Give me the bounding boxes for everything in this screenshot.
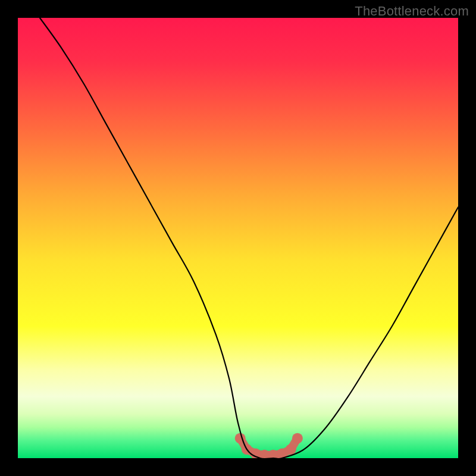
svg-point-7 bbox=[286, 444, 296, 455]
curve-layer bbox=[18, 18, 458, 458]
bottleneck-curve bbox=[40, 18, 458, 458]
watermark-text: TheBottleneck.com bbox=[355, 4, 469, 19]
plot-area bbox=[18, 18, 458, 458]
svg-point-8 bbox=[292, 433, 303, 444]
chart-frame: TheBottleneck.com bbox=[0, 0, 476, 476]
